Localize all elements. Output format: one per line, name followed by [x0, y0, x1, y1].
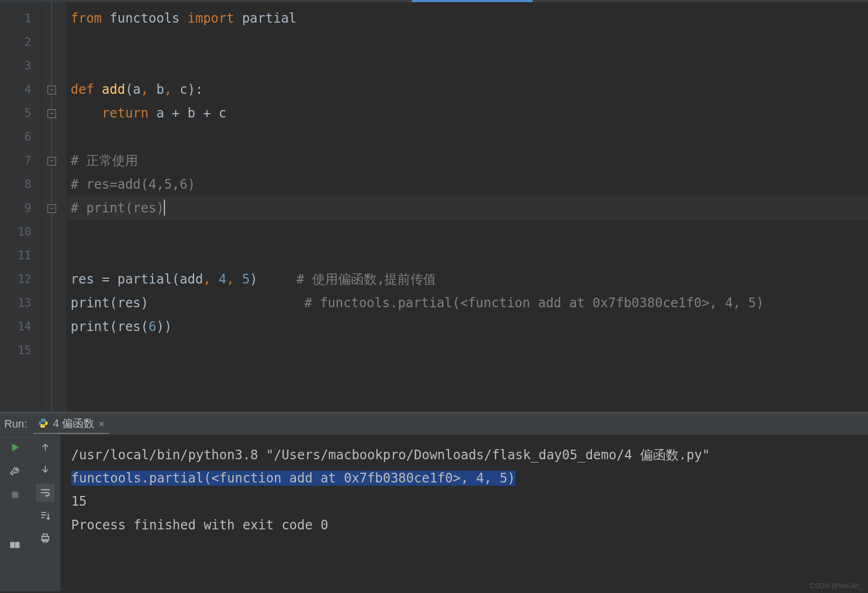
run-tool-window: Run: 4 偏函数 × /usr/local/bin/python3.8 "/…	[0, 413, 868, 591]
line-number[interactable]: 2	[0, 30, 41, 54]
run-tab-title: 4 偏函数	[53, 416, 94, 431]
close-icon[interactable]: ×	[99, 418, 105, 429]
code-line	[66, 244, 868, 267]
run-toolbar-primary	[0, 435, 30, 591]
line-number[interactable]: 6	[0, 125, 41, 149]
console-output-selected: functools.partial(<function add at 0x7fb…	[71, 471, 515, 486]
fold-toggle-icon[interactable]: −	[47, 86, 56, 94]
arrow-up-icon[interactable]	[38, 440, 52, 454]
run-tab[interactable]: 4 偏函数 ×	[33, 414, 109, 434]
console-exit-line: Process finished with exit code 0	[71, 514, 857, 537]
code-line: def add(a, b, c):	[66, 78, 868, 101]
code-line	[66, 339, 868, 362]
code-line	[66, 54, 868, 78]
code-editor[interactable]: 1 2 3 4 5 6 7 8 9 10 11 12 13 14 15 − − …	[0, 2, 868, 412]
stop-icon[interactable]	[8, 488, 22, 502]
line-number[interactable]: 3	[0, 54, 41, 78]
line-number[interactable]: 12	[0, 267, 41, 291]
code-line	[66, 30, 868, 54]
fold-column[interactable]: − − − −	[42, 2, 66, 412]
svg-rect-2	[12, 492, 18, 498]
svg-point-1	[44, 426, 45, 427]
soft-wrap-icon[interactable]	[36, 484, 54, 502]
line-number[interactable]: 14	[0, 315, 41, 339]
print-icon[interactable]	[38, 531, 52, 545]
code-line	[66, 220, 868, 244]
fold-end-icon[interactable]: −	[47, 109, 56, 118]
run-header: Run: 4 偏函数 ×	[0, 413, 868, 435]
arrow-down-icon[interactable]	[38, 462, 52, 476]
line-number[interactable]: 8	[0, 173, 41, 196]
run-panel-label: Run:	[4, 418, 27, 430]
svg-rect-4	[16, 542, 19, 547]
line-number[interactable]: 1	[0, 6, 41, 30]
line-number[interactable]: 9	[0, 196, 41, 220]
svg-point-0	[42, 419, 43, 420]
line-number[interactable]: 15	[0, 339, 41, 362]
line-number[interactable]: 10	[0, 220, 41, 244]
scroll-to-end-icon[interactable]	[38, 509, 52, 523]
line-number[interactable]: 4	[0, 78, 41, 101]
line-number[interactable]: 13	[0, 291, 41, 315]
code-line: print(res(6))	[66, 315, 868, 339]
console-output[interactable]: /usr/local/bin/python3.8 "/Users/macbook…	[60, 435, 868, 591]
line-number[interactable]: 11	[0, 244, 41, 267]
console-output-line: 15	[71, 490, 857, 513]
fold-toggle-icon[interactable]: −	[47, 157, 56, 166]
svg-rect-3	[11, 542, 14, 547]
line-number[interactable]: 5	[0, 101, 41, 125]
code-line: print(res) # functools.partial(<function…	[66, 291, 868, 315]
rerun-icon[interactable]	[8, 440, 22, 454]
code-line	[66, 125, 868, 149]
code-line: # 正常使用	[66, 149, 868, 173]
run-toolbar-secondary	[30, 435, 60, 591]
code-line-active: # print(res)	[66, 196, 868, 220]
text-cursor	[164, 199, 165, 216]
layout-icon[interactable]	[8, 537, 22, 551]
run-body: /usr/local/bin/python3.8 "/Users/macbook…	[0, 435, 868, 591]
code-line: # res=add(4,5,6)	[66, 173, 868, 196]
console-command: /usr/local/bin/python3.8 "/Users/macbook…	[71, 444, 857, 467]
svg-rect-6	[43, 534, 47, 537]
fold-end-icon[interactable]: −	[47, 204, 56, 213]
watermark-text: CSDN @MeiJin_	[810, 582, 863, 590]
code-line: return a + b + c	[66, 101, 868, 125]
python-icon	[38, 418, 49, 429]
code-line: from functools import partial	[66, 6, 868, 30]
wrench-icon[interactable]	[8, 464, 22, 478]
code-content[interactable]: from functools import partial def add(a,…	[66, 2, 868, 412]
code-line: res = partial(add, 4, 5) # 使用偏函数,提前传值	[66, 267, 868, 291]
line-number-gutter[interactable]: 1 2 3 4 5 6 7 8 9 10 11 12 13 14 15	[0, 2, 42, 412]
line-number[interactable]: 7	[0, 149, 41, 173]
